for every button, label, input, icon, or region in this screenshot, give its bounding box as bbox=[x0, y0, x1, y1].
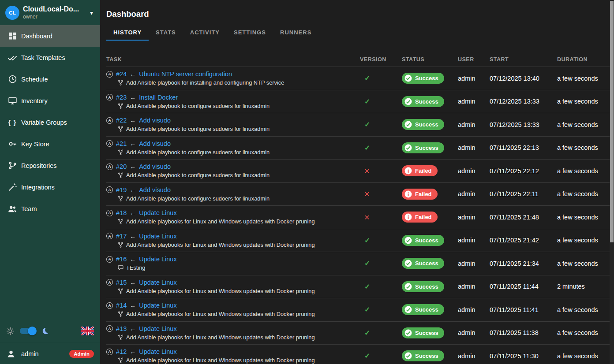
table-row: A #19 ← Add visudo Add Ansible playbook … bbox=[106, 183, 614, 206]
comment-icon bbox=[118, 265, 124, 271]
table-row: A #23 ← Install Docker Add Ansible playb… bbox=[106, 90, 614, 114]
project-switcher[interactable]: CL CloudLocal-Do... owner ▾ bbox=[0, 0, 100, 25]
sidebar-item-inventory[interactable]: Inventory bbox=[0, 90, 100, 111]
task-name-link[interactable]: Add visudo bbox=[139, 117, 171, 124]
task-history-table: TASK VERSION STATUS USER START DURATION … bbox=[106, 52, 614, 364]
task-name-link[interactable]: Add visudo bbox=[139, 163, 171, 170]
status-badge[interactable]: Success bbox=[402, 73, 444, 84]
theme-toggle[interactable] bbox=[20, 328, 35, 334]
task-start-time: 07/12/2025 13:33 bbox=[490, 98, 557, 105]
project-role: owner bbox=[23, 14, 86, 20]
task-id-link[interactable]: #23 bbox=[116, 94, 127, 101]
task-duration: a few seconds bbox=[557, 260, 614, 267]
arrow-left-icon: ← bbox=[130, 256, 136, 263]
sidebar-item-repositories[interactable]: Repositories bbox=[0, 155, 100, 176]
task-user: admin bbox=[458, 167, 490, 175]
task-id-link[interactable]: #16 bbox=[116, 256, 127, 263]
task-id-link[interactable]: #17 bbox=[116, 233, 127, 240]
task-description: Add Ansible playbook to configure sudoer… bbox=[126, 126, 270, 132]
task-name-link[interactable]: Ubuntu NTP server configuration bbox=[139, 71, 232, 78]
arrow-left-icon: ← bbox=[130, 325, 136, 332]
status-badge[interactable]: Failed bbox=[402, 212, 438, 223]
status-badge[interactable]: Success bbox=[402, 142, 444, 153]
sidebar-item-task-templates[interactable]: Task Templates bbox=[0, 47, 100, 68]
status-badge[interactable]: Success bbox=[402, 350, 444, 361]
status-badge[interactable]: Success bbox=[402, 258, 444, 269]
user-icon bbox=[6, 349, 16, 359]
sidebar-item-schedule[interactable]: Schedule bbox=[0, 68, 100, 90]
task-description: Add Ansible playbook to configure sudoer… bbox=[126, 195, 270, 202]
task-duration: a few seconds bbox=[557, 237, 614, 244]
task-duration: a few seconds bbox=[557, 329, 614, 336]
sun-icon bbox=[6, 327, 15, 335]
task-description: Add Ansible playbook for installing and … bbox=[126, 79, 284, 86]
task-id-link[interactable]: #14 bbox=[116, 302, 127, 309]
task-id-link[interactable]: #20 bbox=[116, 163, 127, 170]
column-header-start: START bbox=[490, 56, 557, 63]
table-row: A #13 ← Update Linux Add Ansible playboo… bbox=[106, 322, 614, 345]
task-start-time: 07/11/2025 22:13 bbox=[490, 144, 557, 151]
status-badge[interactable]: Failed bbox=[402, 189, 438, 200]
tab-runners[interactable]: RUNNERS bbox=[273, 25, 318, 41]
arrow-left-icon: ← bbox=[130, 94, 136, 101]
task-id-link[interactable]: #18 bbox=[116, 209, 127, 216]
status-badge-label: Success bbox=[415, 353, 438, 359]
language-flag-uk[interactable] bbox=[81, 327, 94, 335]
status-badge[interactable]: Success bbox=[402, 235, 444, 246]
sidebar-item-variable-groups[interactable]: { } Variable Groups bbox=[0, 111, 100, 133]
column-header-version: VERSION bbox=[360, 56, 402, 63]
sidebar-spacer bbox=[0, 219, 100, 319]
task-id-link[interactable]: #22 bbox=[116, 117, 127, 124]
task-id-link[interactable]: #24 bbox=[116, 71, 127, 78]
task-id-link[interactable]: #21 bbox=[116, 140, 127, 147]
version-check-icon: ✓ bbox=[364, 283, 370, 290]
tab-settings[interactable]: SETTINGS bbox=[227, 25, 273, 41]
role-badge: Admin bbox=[69, 350, 94, 358]
status-badge[interactable]: Success bbox=[402, 327, 444, 338]
task-id-link[interactable]: #12 bbox=[116, 348, 127, 355]
task-name-link[interactable]: Add visudo bbox=[139, 140, 171, 147]
status-badge-label: Success bbox=[415, 98, 438, 105]
user-menu[interactable]: admin Admin bbox=[0, 343, 100, 364]
task-user: admin bbox=[458, 98, 490, 105]
table-row: A #16 ← Update Linux TEsting ✓ Success a… bbox=[106, 252, 614, 275]
task-name-link[interactable]: Update Linux bbox=[139, 256, 176, 263]
ansible-app-icon: A bbox=[106, 325, 113, 332]
arrow-left-icon: ← bbox=[130, 209, 136, 216]
task-start-time: 07/11/2025 22:11 bbox=[490, 190, 557, 197]
task-id-link[interactable]: #13 bbox=[116, 325, 127, 332]
task-name-link[interactable]: Update Linux bbox=[139, 325, 176, 332]
sidebar-item-team[interactable]: Team bbox=[0, 198, 100, 219]
task-name-link[interactable]: Update Linux bbox=[139, 348, 176, 355]
column-header-task: TASK bbox=[106, 56, 360, 63]
status-badge[interactable]: Success bbox=[402, 304, 444, 315]
task-name-link[interactable]: Update Linux bbox=[139, 302, 176, 309]
git-branch-icon bbox=[118, 172, 124, 178]
status-badge-label: Success bbox=[415, 260, 438, 267]
sidebar-item-key-store[interactable]: Key Store bbox=[0, 133, 100, 155]
tab-stats[interactable]: STATS bbox=[149, 25, 183, 41]
task-duration: a few seconds bbox=[557, 75, 614, 82]
task-name-link[interactable]: Install Docker bbox=[139, 94, 178, 101]
status-badge-label: Failed bbox=[415, 191, 432, 197]
check-all-icon bbox=[7, 52, 18, 63]
task-name-link[interactable]: Add visudo bbox=[139, 186, 171, 193]
tab-activity[interactable]: ACTIVITY bbox=[183, 25, 227, 41]
status-badge[interactable]: Success bbox=[402, 119, 444, 130]
task-id-link[interactable]: #15 bbox=[116, 279, 127, 286]
task-start-time: 07/11/2025 11:30 bbox=[490, 353, 557, 360]
task-name-link[interactable]: Update Linux bbox=[139, 233, 176, 240]
tab-history[interactable]: HISTORY bbox=[106, 25, 149, 41]
sidebar-item-integrations[interactable]: Integrations bbox=[0, 176, 100, 198]
column-header-status: STATUS bbox=[402, 56, 458, 63]
status-badge[interactable]: Failed bbox=[402, 165, 438, 176]
status-badge[interactable]: Success bbox=[402, 281, 444, 292]
scrollbar-thumb[interactable] bbox=[610, 1, 614, 242]
sidebar-item-dashboard[interactable]: Dashboard bbox=[0, 25, 100, 47]
task-name-link[interactable]: Update Linux bbox=[139, 209, 176, 216]
task-name-link[interactable]: Update Linux bbox=[139, 279, 176, 286]
task-id-link[interactable]: #19 bbox=[116, 186, 127, 193]
ansible-app-icon: A bbox=[106, 117, 113, 124]
status-badge[interactable]: Success bbox=[402, 96, 444, 107]
version-cross-icon: × bbox=[364, 189, 370, 199]
